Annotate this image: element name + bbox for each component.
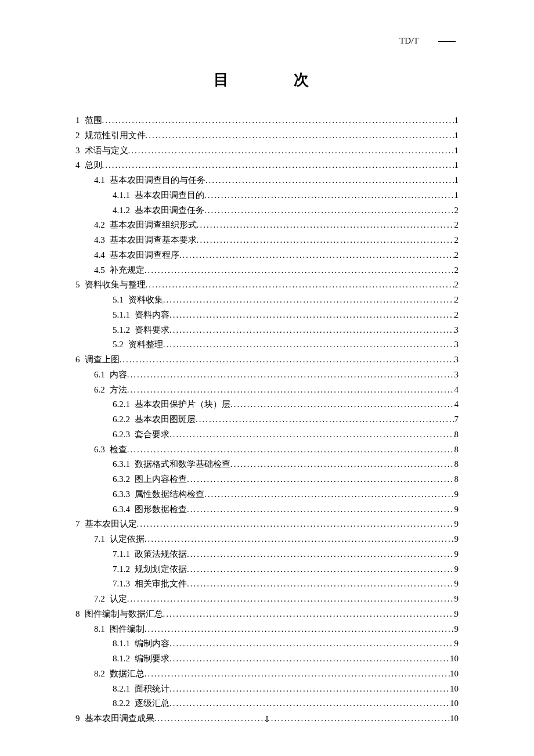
toc-entry-number: 6.3.2 [113,472,130,487]
toc-entry-number: 4.1.1 [113,188,130,203]
toc-entry-number: 6.3.1 [113,457,130,471]
toc-entry-page: 2 [454,233,459,247]
toc-entry-page: 9 [454,517,459,531]
toc-entry: 4.4基本农田调查程序2 [75,248,459,262]
toc-entry: 5.1资料收集2 [75,293,459,307]
toc-dots [204,203,454,218]
toc-entry-page: 1 [454,143,459,158]
toc-dots [145,667,450,681]
toc-dots [187,502,454,517]
toc-dots [197,218,454,232]
toc-entry-number: 6.2.2 [113,412,130,427]
toc-entry-text: 资料要求 [135,323,169,337]
toc-entry-text: 基本农田调查组织形式 [110,218,197,232]
toc-entry: 6.2方法4 [75,383,459,397]
toc-entry-text: 基本农田调查任务 [135,203,204,218]
toc-entry: 6.2.1基本农田保护片（块）层4 [75,397,459,412]
toc-entry-page: 9 [454,592,459,606]
toc-entry-number: 4.1.2 [113,203,130,218]
toc-entry: 6.3.3属性数据结构检查9 [75,487,459,502]
toc-dots [163,607,454,621]
toc-entry-page: 2 [454,203,459,218]
toc-entry-page: 9 [454,532,459,546]
toc-entry: 3术语与定义1 [75,143,459,158]
toc-entry-text: 图上内容检查 [135,472,187,487]
toc-entry-number: 6.2.3 [113,427,130,442]
toc-dots [120,352,454,367]
toc-entry: 4.1.1基本农田调查目的1 [75,188,459,203]
toc-entry-number: 7.1.1 [113,547,130,561]
toc-dots [169,682,450,696]
toc-entry-number: 5 [75,278,80,292]
toc-entry-page: 8 [454,427,459,442]
toc-entry-text: 认定依据 [110,532,145,546]
toc-entry-number: 5.2 [113,337,124,352]
toc-entry-number: 5.1 [113,293,124,307]
toc-dots [187,577,454,591]
toc-entry: 4.3基本农田调查基本要求2 [75,233,459,247]
toc-entry-page: 2 [454,218,459,232]
toc-entry-number: 8.1 [94,622,105,636]
toc-entry-page: 1 [454,188,459,203]
toc-dots [179,248,454,262]
toc-entry: 4.2基本农田调查组织形式2 [75,218,459,232]
toc-dots [127,592,454,606]
toc-entry-text: 编制要求 [135,651,169,666]
toc-dots [187,562,454,577]
toc-dots [127,442,454,457]
toc-entry-page: 9 [454,547,459,561]
toc-entry-page: 2 [454,278,459,292]
toc-entry: 7.1.2规划划定依据9 [75,562,459,577]
header-dash [438,41,456,42]
toc-entry-page: 3 [454,323,459,337]
page-number: I [0,714,534,724]
toc-entry-number: 8 [75,607,80,621]
toc-entry-page: 9 [454,636,459,651]
toc-entry-page: 10 [450,667,459,681]
toc-entry-text: 逐级汇总 [135,696,169,711]
toc-entry: 8.1.1编制内容9 [75,636,459,651]
toc-dots [163,337,454,352]
toc-entry-text: 数据汇总 [110,667,145,681]
toc-entry: 7.1认定依据9 [75,532,459,546]
toc-entry-text: 面积统计 [135,682,169,696]
toc-entry-number: 6.3.3 [113,487,130,502]
toc-dots [146,278,454,292]
toc-entry-text: 数据格式和数学基础检查 [135,457,230,471]
toc-entry-page: 3 [454,352,459,367]
toc-dots [145,263,454,278]
toc-entry-page: 1 [454,128,459,143]
toc-entry: 8.2.1面积统计10 [75,682,459,696]
toc-entry-text: 补充规定 [110,263,145,278]
toc-dots [197,233,454,247]
toc-entry: 8.1.2编制要求10 [75,651,459,666]
toc-entry-text: 术语与定义 [85,143,128,158]
toc-entry-number: 4.5 [94,263,105,278]
toc-entry: 5.2资料整理3 [75,337,459,352]
toc-dots [145,622,454,636]
toc-entry-text: 编制内容 [135,636,169,651]
toc-entry: 7基本农田认定9 [75,517,459,531]
toc-entry-text: 基本农田认定 [85,517,137,531]
toc-entry-page: 9 [454,487,459,502]
toc-entry: 4.5补充规定2 [75,263,459,278]
document-code-text: TD/T [399,36,418,45]
toc-entry-text: 基本农田调查目的与任务 [110,173,205,188]
toc-entry-number: 8.2 [94,667,105,681]
toc-entry: 6调查上图3 [75,352,459,367]
toc-dots [196,412,454,427]
toc-dots [204,487,454,502]
toc-entry-number: 7.1.2 [113,562,130,577]
toc-entry-number: 6.2 [94,383,105,397]
toc-entry-number: 6.1 [94,368,105,382]
toc-entry-page: 7 [454,412,459,427]
toc-entry: 5.1.2资料要求3 [75,323,459,337]
toc-entry: 8图件编制与数据汇总9 [75,607,459,621]
toc-entry-text: 规范性引用文件 [85,128,146,143]
toc-dots [169,636,454,651]
toc-entry-text: 资料整理 [128,337,163,352]
toc-entry-page: 3 [454,368,459,382]
toc-entry-page: 8 [454,442,459,457]
toc-entry-page: 2 [454,248,459,262]
toc-entry: 7.1.3相关审批文件9 [75,577,459,591]
